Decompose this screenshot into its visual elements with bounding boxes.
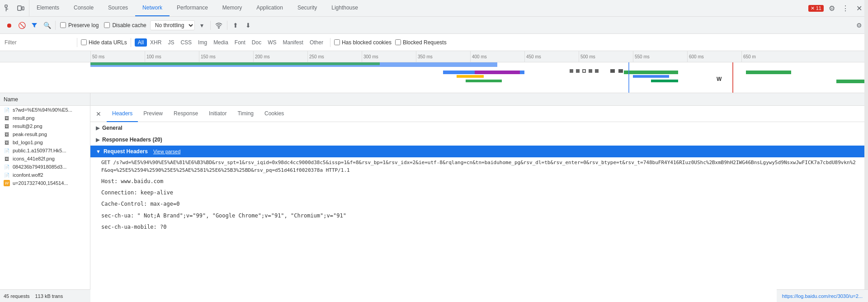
device-toggle-btn[interactable] — [15, 3, 26, 14]
tab-security[interactable]: Security — [290, 0, 324, 16]
inspect-element-btn[interactable] — [3, 3, 14, 14]
filter-btn-js[interactable]: JS — [165, 38, 177, 47]
wifi-btn[interactable] — [213, 20, 224, 31]
blocked-requests-checkbox[interactable] — [395, 39, 401, 45]
filter-btn-ws[interactable]: WS — [264, 38, 279, 47]
detail-close-btn[interactable]: ✕ — [94, 109, 103, 118]
preserve-log-checkbox[interactable] — [60, 22, 66, 28]
response-headers-section: ▶ Response Headers (20) — [90, 134, 868, 146]
filter-btn-xhr[interactable]: XHR — [147, 38, 165, 47]
blocked-requests-check[interactable]: Blocked Requests — [395, 39, 447, 46]
file-name-3: peak-result.png — [13, 132, 47, 137]
disable-cache-checkbox[interactable] — [104, 22, 110, 28]
filter-btn-img[interactable]: Img — [195, 38, 210, 47]
general-arrow-icon: ▶ — [96, 125, 99, 131]
main-nav-tabs: Elements Console Sources Network Perform… — [29, 0, 805, 16]
tab-lighthouse[interactable]: Lighthouse — [324, 0, 365, 16]
file-item-2[interactable]: 🖼 result@2.png — [0, 122, 90, 130]
detail-content: ▶ General ▶ Response Headers (20) ▼ Requ… — [90, 122, 868, 302]
timeline-bar-far-right — [836, 80, 868, 83]
has-blocked-cookies-checkbox[interactable] — [334, 39, 340, 45]
timeline-bar-7 — [651, 80, 678, 82]
filter-btn-manifest[interactable]: Manifest — [280, 38, 307, 47]
file-item-4[interactable]: 🖼 bd_logo1.png — [0, 138, 90, 146]
response-headers-section-header[interactable]: ▶ Response Headers (20) — [90, 134, 868, 146]
detail-tab-cookies[interactable]: Cookies — [259, 106, 289, 122]
settings-btn[interactable]: ⚙ — [826, 3, 837, 14]
has-blocked-cookies-check[interactable]: Has blocked cookies — [334, 39, 392, 46]
error-badge[interactable]: ✕ 11 — [808, 5, 824, 12]
filter-btn-doc[interactable]: Doc — [249, 38, 264, 47]
export-btn[interactable]: ⬇ — [243, 20, 254, 31]
tab-elements[interactable]: Elements — [29, 0, 66, 16]
detail-tab-preview[interactable]: Preview — [138, 106, 168, 122]
record-btn[interactable]: ⏺ — [4, 20, 14, 31]
detail-tab-response[interactable]: Response — [168, 106, 203, 122]
file-item-9[interactable]: W u=2017327400,154514... — [0, 179, 90, 187]
timeline-content[interactable]: W — [90, 62, 868, 93]
import-btn[interactable]: ⬆ — [230, 20, 241, 31]
file-icon-4: 🖼 — [4, 139, 10, 146]
filter-btn-media[interactable]: Media — [210, 38, 231, 47]
disable-cache-label[interactable]: Disable cache — [102, 21, 148, 29]
file-item-6[interactable]: 🖼 icons_441e82f.png — [0, 155, 90, 163]
filter-btn-all[interactable]: All — [135, 38, 147, 47]
header-value-connection: keep-alive — [141, 189, 173, 196]
filter-btn-css[interactable]: CSS — [177, 38, 195, 47]
header-value-sec-ch-ua: " Not;A Brand";v="99", "Google Chrome";v… — [137, 212, 346, 219]
timeline-dash-markers — [610, 69, 623, 73]
detail-tab-headers[interactable]: Headers — [107, 106, 138, 122]
general-section-header[interactable]: ▶ General — [90, 122, 868, 134]
tab-memory[interactable]: Memory — [215, 0, 249, 16]
clear-btn[interactable]: 🚫 — [16, 20, 27, 31]
file-item-5[interactable]: 📄 public.1.a150977f.Hk5... — [0, 146, 90, 155]
network-settings-btn[interactable]: ⚙ — [854, 20, 864, 31]
search-btn[interactable]: 🔍 — [42, 20, 52, 31]
detail-panel: ✕ Headers Preview Response Initiator Tim… — [90, 106, 868, 302]
request-headers-section-header[interactable]: ▼ Request Headers View parsed — [90, 146, 868, 157]
tab-sources[interactable]: Sources — [101, 0, 135, 16]
detail-tab-initiator[interactable]: Initiator — [203, 106, 232, 122]
hide-data-urls-check[interactable]: Hide data URLs — [81, 39, 127, 46]
hide-data-urls-checkbox[interactable] — [81, 39, 87, 45]
file-item-1[interactable]: 🖼 result.png — [0, 114, 90, 122]
timeline-bar-6 — [633, 75, 669, 78]
general-section-label: General — [102, 125, 123, 131]
more-btn[interactable]: ⋮ — [840, 3, 851, 14]
tick-200ms: 200 ms — [253, 51, 270, 62]
timeline-bar-3 — [475, 71, 520, 74]
filter-btn-font[interactable]: Font — [231, 38, 249, 47]
file-item-8[interactable]: 📄 iconfont.woff2 — [0, 171, 90, 179]
toolbar-separator-2 — [210, 21, 211, 30]
timeline-blue-marker — [628, 62, 629, 93]
header-value-sec-ch-ua-mobile: ?0 — [160, 224, 166, 230]
svg-rect-4 — [22, 7, 24, 10]
file-icon-9: W — [4, 180, 10, 186]
throttle-select[interactable]: No throttling — [150, 20, 195, 30]
tab-network[interactable]: Network — [135, 0, 170, 16]
header-row-host: Host: www.baidu.com — [90, 176, 868, 187]
file-icon-3: 🖼 — [4, 131, 10, 137]
tab-application[interactable]: Application — [249, 0, 290, 16]
tab-console[interactable]: Console — [66, 0, 101, 16]
file-item-7[interactable]: 📄 084236b794918085d3... — [0, 163, 90, 171]
close-btn[interactable]: ✕ — [854, 3, 864, 14]
filter-input[interactable] — [4, 38, 73, 47]
toolbar-separator-3 — [227, 21, 227, 30]
file-item-0[interactable]: 📄 s?wd=%E5%94%90%E5... — [0, 106, 90, 114]
column-header: Name — [0, 93, 868, 106]
preserve-log-label[interactable]: Preserve log — [58, 21, 100, 29]
transferred-size: 113 kB trans — [35, 293, 63, 299]
filter-btn[interactable] — [29, 20, 40, 31]
detail-tab-timing[interactable]: Timing — [232, 106, 259, 122]
file-item-3[interactable]: 🖼 peak-result.png — [0, 130, 90, 138]
throttle-dropdown-btn[interactable]: ▾ — [197, 20, 208, 31]
hide-data-urls-label: Hide data URLs — [89, 39, 127, 46]
view-parsed-btn[interactable]: View parsed — [153, 149, 180, 154]
tick-350ms: 350 ms — [416, 51, 433, 62]
request-headers-section-label: Request Headers — [104, 148, 148, 155]
file-icon-0: 📄 — [4, 107, 10, 113]
tab-performance[interactable]: Performance — [170, 0, 215, 16]
filter-btn-other[interactable]: Other — [307, 38, 326, 47]
file-name-0: s?wd=%E5%94%90%E5... — [13, 107, 72, 113]
